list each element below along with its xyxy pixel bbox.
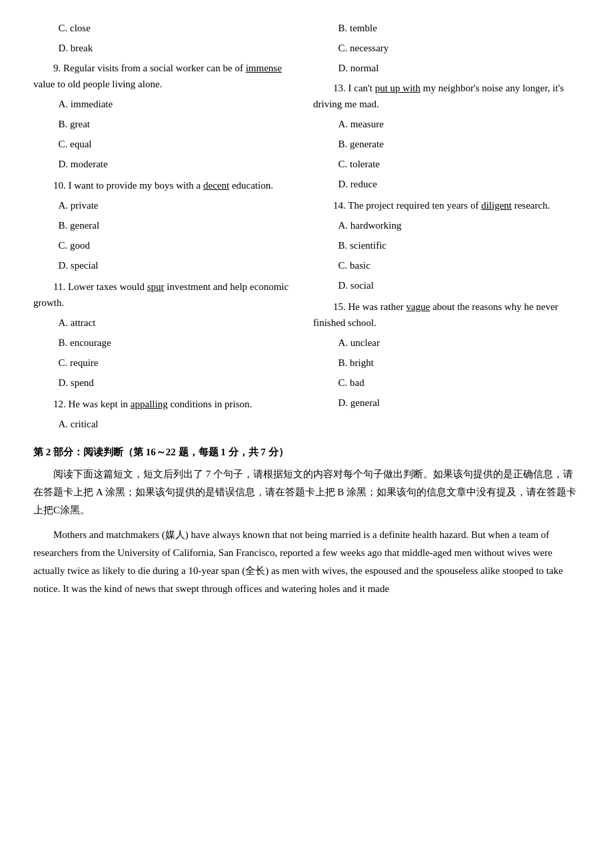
passage-intro: 阅读下面这篇短文，短文后列出了 7 个句子，请根据短文的内容对每个句子做出判断。… (33, 465, 580, 519)
question-15-text: 15. He was rather vague about the reason… (313, 299, 580, 331)
underline-spur: spur (147, 281, 165, 292)
question-9-text: 9. Regular visits from a social worker c… (33, 60, 300, 92)
underline-decent: decent (203, 180, 229, 191)
option-c-necessary: C. necessary (338, 40, 580, 56)
q14-option-b: B. scientific (338, 237, 580, 253)
question-14-text: 14. The project required ten years of di… (313, 197, 580, 213)
underline-diligent: diligent (481, 200, 512, 211)
left-column: C. close D. break 9. Regular visits from… (33, 20, 300, 437)
underline-appalling: appalling (131, 399, 168, 409)
q15-option-a: A. unclear (338, 335, 580, 351)
q15-option-b: B. bright (338, 355, 580, 371)
question-13-text: 13. I can't put up with my neighbor's no… (313, 80, 580, 112)
main-two-column: C. close D. break 9. Regular visits from… (33, 20, 580, 437)
q14-option-a: A. hardworking (338, 217, 580, 233)
q13-option-c: C. tolerate (338, 156, 580, 172)
q11-option-a: A. attract (59, 315, 301, 331)
q13-option-b: B. generate (338, 136, 580, 152)
question-14: 14. The project required ten years of di… (313, 197, 580, 293)
q10-option-c: C. good (59, 237, 301, 253)
question-15: 15. He was rather vague about the reason… (313, 299, 580, 411)
q11-option-b: B. encourage (59, 335, 301, 351)
option-d-normal: D. normal (338, 60, 580, 76)
q10-option-d: D. special (59, 257, 301, 273)
q15-option-c: C. bad (338, 375, 580, 391)
passage-body: Mothers and matchmakers (媒人) have always… (33, 526, 580, 598)
question-11: 11. Lower taxes would spur investment an… (33, 279, 300, 391)
option-b-temble: B. temble (338, 20, 580, 36)
q13-option-a: A. measure (338, 116, 580, 132)
q14-option-d: D. social (338, 277, 580, 293)
q9-option-a: A. immediate (59, 96, 301, 112)
underline-vague: vague (406, 301, 430, 312)
q10-option-a: A. private (59, 197, 301, 213)
question-11-text: 11. Lower taxes would spur investment an… (33, 279, 300, 311)
q12-option-a: A. critical (59, 416, 301, 432)
underline-put-up-with: put up with (375, 83, 420, 93)
question-12-text: 12. He was kept in appalling conditions … (33, 396, 300, 412)
q11-option-d: D. spend (59, 375, 301, 391)
q15-option-d: D. general (338, 395, 580, 411)
underline-immense: immense (246, 63, 282, 73)
option-d-break: D. break (59, 40, 301, 56)
q9-option-c: C. equal (59, 136, 301, 152)
question-12: 12. He was kept in appalling conditions … (33, 396, 300, 432)
question-10-text: 10. I want to provide my boys with a dec… (33, 177, 300, 193)
right-column: B. temble C. necessary D. normal 13. I c… (313, 20, 580, 437)
q14-option-c: C. basic (338, 257, 580, 273)
q11-option-c: C. require (59, 355, 301, 371)
option-c-close: C. close (59, 20, 301, 36)
question-10: 10. I want to provide my boys with a dec… (33, 177, 300, 273)
q13-option-d: D. reduce (338, 176, 580, 192)
section-2-header: 第 2 部分：阅读判断（第 16～22 题，每题 1 分，共 7 分） (33, 444, 580, 460)
question-13: 13. I can't put up with my neighbor's no… (313, 80, 580, 192)
q10-option-b: B. general (59, 217, 301, 233)
question-9: 9. Regular visits from a social worker c… (33, 60, 300, 172)
q9-option-d: D. moderate (59, 156, 301, 172)
q9-option-b: B. great (59, 116, 301, 132)
